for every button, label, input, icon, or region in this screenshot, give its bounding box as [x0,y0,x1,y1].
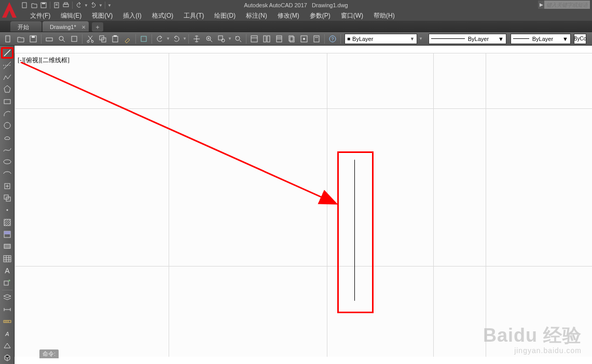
cut-icon[interactable] [85,34,96,44]
search-input[interactable] [544,1,590,9]
sheetset-icon[interactable] [286,34,297,44]
new-sheetset-icon[interactable] [52,1,61,9]
dimension-tool[interactable] [1,304,13,315]
mtext-tool[interactable]: A [1,265,13,276]
linetype-select[interactable]: ByLayer ▼ [429,34,506,44]
redo-icon[interactable] [171,34,182,44]
menu-draw[interactable]: 绘图(D) [209,10,241,21]
preview-icon[interactable] [56,34,67,44]
menu-tools[interactable]: 工具(T) [178,10,209,21]
point-tool[interactable] [1,205,13,216]
plot-icon[interactable] [62,1,70,9]
qat-customize-dropdown[interactable]: ▼ [107,3,112,8]
open-icon[interactable] [30,1,38,9]
svg-rect-2 [42,3,45,4]
lineweight-value: ByLayer [532,36,553,42]
redo-icon[interactable] [89,1,98,9]
undo-icon[interactable] [75,1,83,9]
menu-dimension[interactable]: 标注(N) [241,10,272,21]
svg-line-21 [210,40,212,42]
gradient-tool[interactable] [1,229,13,240]
save-icon[interactable] [27,34,39,44]
region-tool[interactable] [1,241,13,252]
zoom-window-icon[interactable] [216,34,227,44]
svg-line-67 [21,62,335,203]
search-box[interactable]: ▶ [538,1,590,9]
new-icon[interactable] [21,1,29,9]
circle-tool[interactable] [1,120,13,131]
command-line-area[interactable]: 命令: [39,349,59,364]
table-tool[interactable] [1,253,13,264]
menu-file[interactable]: 文件(F) [25,10,56,21]
open-icon[interactable] [15,34,26,44]
separator [105,2,105,9]
new-tab-button[interactable]: ＋ [92,22,103,32]
ellipse-tool[interactable] [1,157,13,167]
close-icon[interactable]: ✕ [81,24,86,30]
svg-rect-38 [314,36,319,42]
spline-tool[interactable] [1,144,13,155]
svg-rect-55 [4,231,10,234]
drawing-canvas[interactable]: [-][俯视][二维线框] [15,53,592,357]
insert-block-tool[interactable] [1,180,13,191]
pan-icon[interactable] [191,34,202,44]
layer-color-select[interactable]: ■ ByLayer ▼ [345,34,417,44]
arc-tool[interactable] [1,108,13,119]
tab-drawing1[interactable]: Drawing1* ✕ [43,21,89,32]
menu-view[interactable]: 视图(V) [87,10,118,21]
lineweight-select[interactable]: ByLayer ▼ [511,34,571,44]
paste-icon[interactable] [109,34,121,44]
search-arrow-icon[interactable]: ▶ [538,1,544,9]
rectangle-tool[interactable] [1,96,13,107]
copy-icon[interactable] [97,34,108,44]
line-tool[interactable] [1,47,13,59]
new-icon[interactable] [3,34,14,44]
properties-icon[interactable] [249,34,260,44]
menu-help[interactable]: 帮助(H) [368,10,400,21]
layer-manager-tool[interactable] [1,292,13,303]
publish-icon[interactable] [68,34,80,44]
tab-start[interactable]: 开始 [10,21,42,32]
save-icon[interactable] [39,1,48,9]
markup-icon[interactable] [298,34,310,44]
undo-dropdown[interactable]: ▼ [84,3,88,8]
text-style-tool[interactable]: A [1,328,13,339]
separator [50,2,50,9]
zoom-dropdown[interactable]: ▼ [228,36,232,41]
construction-line-tool[interactable] [1,60,13,71]
ellipse-arc-tool[interactable] [1,169,13,179]
viewport-label[interactable]: [-][俯视][二维线框] [18,56,70,65]
help-icon[interactable]: ? [327,34,338,44]
plot-icon[interactable] [44,34,55,44]
hatch-tool[interactable] [1,217,13,228]
redo-dropdown[interactable]: ▼ [99,3,103,8]
polyline-tool[interactable] [1,72,13,82]
zoom-realtime-icon[interactable] [203,34,215,44]
undo-dropdown[interactable]: ▼ [166,36,170,41]
menu-format[interactable]: 格式(O) [147,10,178,21]
menu-edit[interactable]: 编辑(E) [56,10,87,21]
revision-cloud-tool[interactable] [1,132,13,143]
design-center-icon[interactable] [261,34,272,44]
measure-tool[interactable] [1,316,13,327]
undo-icon[interactable] [154,34,166,44]
add-selected-tool[interactable] [1,277,13,288]
menu-window[interactable]: 窗口(W) [336,10,368,21]
tool-palette-icon[interactable] [273,34,285,44]
layer-dropdown-extra[interactable]: ▼ [417,36,424,41]
make-block-tool[interactable] [1,192,13,203]
menu-insert[interactable]: 插入(I) [118,10,146,21]
redo-dropdown[interactable]: ▼ [183,36,187,41]
3d-tool[interactable] [1,353,13,363]
drawn-line-object[interactable] [354,160,355,301]
wipeout-tool[interactable] [1,340,13,351]
app-logo[interactable] [0,0,19,20]
block-editor-icon[interactable] [138,34,149,44]
match-prop-icon[interactable] [122,34,133,44]
menu-param[interactable]: 参数(P) [305,10,336,21]
menu-modify[interactable]: 修改(M) [272,10,305,21]
zoom-previous-icon[interactable] [232,34,244,44]
color-select-short[interactable]: ByCo [574,34,586,44]
quickcalc-icon[interactable] [311,34,322,44]
polygon-tool[interactable] [1,84,13,95]
